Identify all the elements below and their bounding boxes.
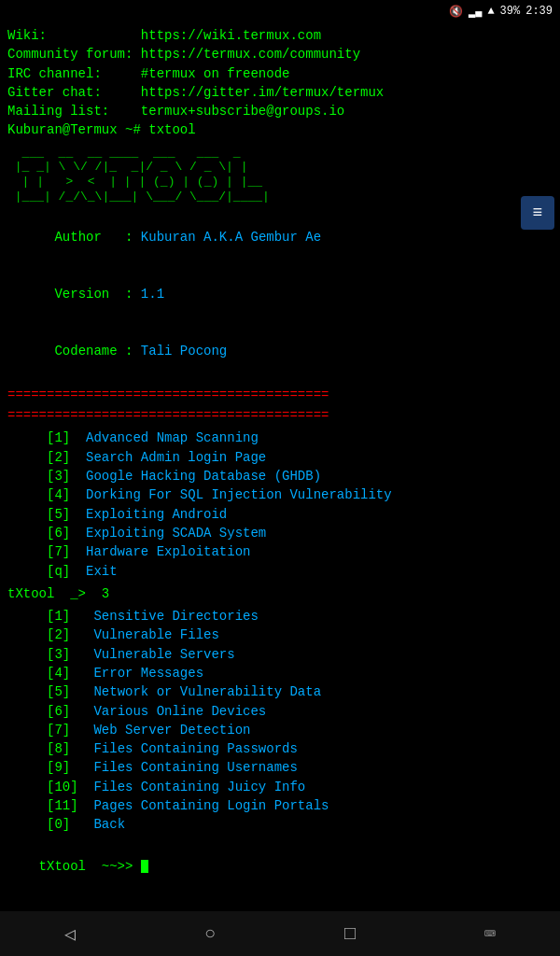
sub-menu-item-2[interactable]: [2] Vulnerable Files (7, 626, 553, 644)
info-mail: Mailing list: termux+subscribe@groups.io (7, 102, 553, 120)
sub-menu-item-9[interactable]: [9] Files Containing Usernames (7, 758, 553, 777)
sub-menu-item-4[interactable]: [4] Error Messages (7, 664, 553, 682)
sub-menu-item-1[interactable]: [1] Sensitive Directories (7, 607, 553, 626)
version-line: Version : 1.1 (7, 266, 553, 323)
floating-menu-button[interactable]: ≡ (521, 196, 554, 230)
status-battery: 39% (500, 5, 521, 18)
menu-item-7[interactable]: [7] Hardware Exploitation (7, 542, 553, 561)
sub-menu-item-7[interactable]: [7] Web Server Detection (7, 721, 553, 739)
sub-menu-item-3[interactable]: [3] Vulnerable Servers (7, 645, 553, 664)
terminal-cursor (141, 860, 148, 873)
info-irc: IRC channel: #termux on freenode (7, 64, 553, 83)
main-menu: [1] Advanced Nmap Scanning [2] Search Ad… (7, 429, 553, 580)
menu-item-1[interactable]: [1] Advanced Nmap Scanning (7, 429, 553, 447)
terminal: Wiki: https://wiki.termux.com Community … (0, 22, 560, 899)
menu-item-2[interactable]: [2] Search Admin login Page (7, 448, 553, 467)
info-forum: Community forum: https://termux.com/comm… (7, 45, 553, 63)
sub-menu-item-0[interactable]: [0] Back (7, 815, 553, 834)
author-block: Author : Kuburan A.K.A Gembur Ae Version… (7, 209, 553, 380)
sub-menu-item-10[interactable]: [10] Files Containing Juicy Info (7, 778, 553, 796)
separator-2: ========================================… (7, 406, 553, 425)
logo-line-2: |_ _| \ \/ /|_ _|/ _ \ / _ \| | (7, 160, 553, 175)
menu-item-q[interactable]: [q] Exit (7, 562, 553, 581)
status-wifi: ▲ (487, 5, 494, 18)
status-signal: ▂▄ (469, 5, 482, 19)
logo-line-4: |___| /_/\_\|___| \___/ \___/|____| (7, 190, 553, 204)
author-line: Author : Kuburan A.K.A Gembur Ae (7, 209, 553, 266)
info-block: Wiki: https://wiki.termux.com Community … (7, 26, 553, 120)
logo-line-1: ___ __ __ ____ ___ ___ _ (7, 146, 553, 161)
nav-recent-button[interactable]: □ (344, 923, 356, 945)
menu-item-6[interactable]: [6] Exploiting SCADA System (7, 524, 553, 542)
status-bar: 🔇 ▂▄ ▲ 39% 2:39 (0, 0, 560, 22)
menu-item-4[interactable]: [4] Dorking For SQL Injection Vulnerabil… (7, 485, 553, 504)
second-input-line[interactable]: tXtool ~~>> (7, 838, 553, 895)
initial-prompt: Kuburan@Termux ~# txtool (7, 120, 553, 139)
menu-icon: ≡ (533, 204, 543, 222)
nav-keyboard-button[interactable]: ⌨ (484, 922, 496, 946)
sub-menu-item-6[interactable]: [6] Various Online Devices (7, 702, 553, 721)
separator-1: ========================================… (7, 386, 553, 404)
nav-home-button[interactable]: ○ (204, 923, 216, 945)
ascii-logo: ___ __ __ ____ ___ ___ _ |_ _| \ \/ /|_ … (7, 146, 553, 204)
codename-line: Codename : Tali Pocong (7, 323, 553, 380)
menu-item-5[interactable]: [5] Exploiting Android (7, 505, 553, 524)
nav-back-button[interactable]: ◁ (64, 922, 76, 946)
sub-menu-item-8[interactable]: [8] Files Containing Passwords (7, 739, 553, 758)
nav-bar: ◁ ○ □ ⌨ (0, 911, 560, 956)
logo-line-3: | | > < | | | (_) | (_) | |__ (7, 175, 553, 190)
sub-menu: [1] Sensitive Directories [2] Vulnerable… (7, 607, 553, 835)
menu-item-3[interactable]: [3] Google Hacking Database (GHDB) (7, 467, 553, 485)
status-mute-icon: 🔇 (449, 5, 463, 19)
status-time: 2:39 (525, 5, 553, 18)
first-input: tXtool _> 3 (7, 584, 553, 603)
info-gitter: Gitter chat: https://gitter.im/termux/te… (7, 83, 553, 102)
sub-menu-item-11[interactable]: [11] Pages Containing Login Portals (7, 796, 553, 815)
info-wiki: Wiki: https://wiki.termux.com (7, 26, 553, 45)
sub-menu-item-5[interactable]: [5] Network or Vulnerability Data (7, 682, 553, 701)
